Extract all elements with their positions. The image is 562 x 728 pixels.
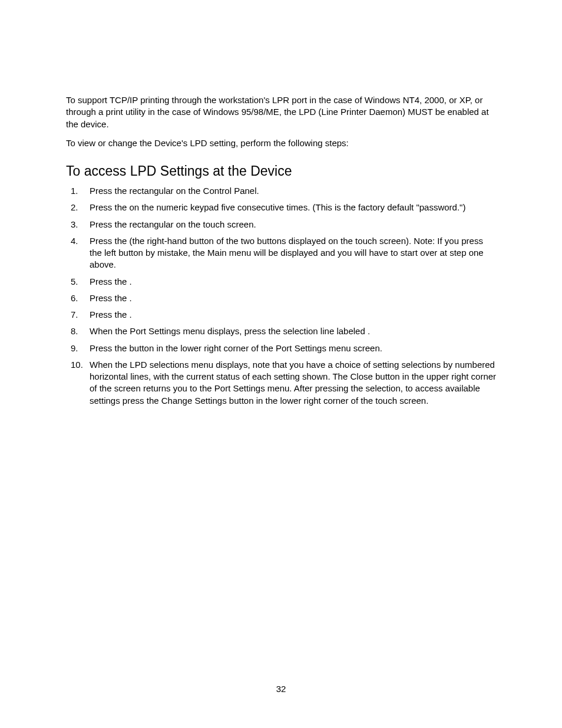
- list-item: Press the .: [66, 292, 497, 304]
- list-item: Press the rectangular on the Control Pan…: [66, 185, 497, 197]
- page-number: 32: [0, 683, 562, 695]
- list-item: Press the button in the lower right corn…: [66, 342, 497, 354]
- list-item: Press the rectangular on the touch scree…: [66, 219, 497, 230]
- steps-list: Press the rectangular on the Control Pan…: [66, 185, 497, 407]
- list-item: Press the .: [66, 309, 497, 321]
- intro-block: To support TCP/IP printing through the w…: [66, 94, 497, 149]
- list-item: Press the (the right-hand button of the …: [66, 235, 497, 271]
- section-heading: To access LPD Settings at the Device: [66, 162, 497, 180]
- intro-paragraph-2: To view or change the Device's LPD setti…: [66, 137, 497, 149]
- list-item: Press the .: [66, 276, 497, 288]
- list-item: When the LPD selections menu displays, n…: [66, 359, 497, 407]
- page: To support TCP/IP printing through the w…: [0, 0, 562, 728]
- list-item: Press the on the numeric keypad five con…: [66, 202, 497, 213]
- list-item: When the Port Settings menu displays, pr…: [66, 325, 497, 337]
- intro-paragraph-1: To support TCP/IP printing through the w…: [66, 94, 497, 130]
